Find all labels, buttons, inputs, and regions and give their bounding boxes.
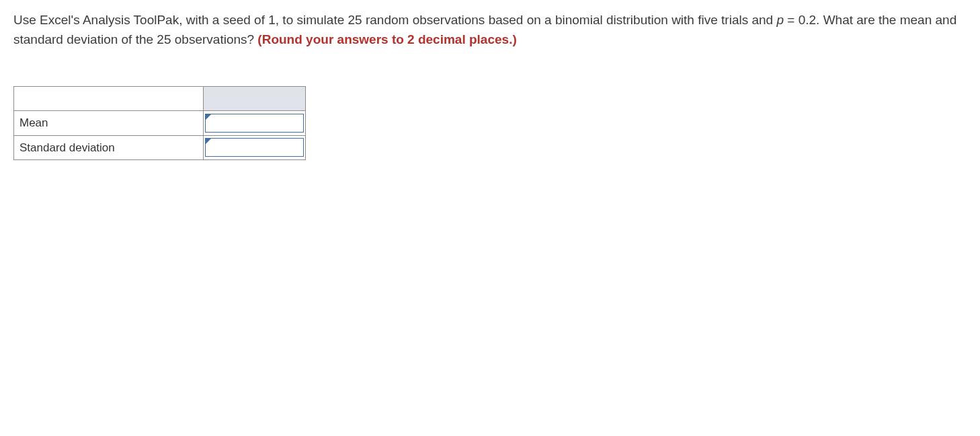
question-instruction: (Round your answers to 2 decimal places.… bbox=[257, 32, 516, 46]
question-block: Use Excel's Analysis ToolPak, with a see… bbox=[13, 11, 967, 49]
header-blank-label bbox=[14, 87, 204, 111]
row-label-mean: Mean bbox=[14, 111, 204, 136]
row-input-cell-stddev bbox=[204, 135, 306, 160]
question-text-part1: Use Excel's Analysis ToolPak, with a see… bbox=[13, 13, 776, 27]
header-blank-input bbox=[204, 87, 306, 111]
mean-input[interactable] bbox=[205, 114, 304, 133]
table-row: Standard deviation bbox=[14, 135, 306, 160]
row-label-stddev: Standard deviation bbox=[14, 135, 204, 160]
row-input-cell-mean bbox=[204, 111, 306, 136]
table-header-row bbox=[14, 87, 306, 111]
table-row: Mean bbox=[14, 111, 306, 136]
answer-table: Mean Standard deviation bbox=[13, 86, 306, 160]
question-variable-p: p bbox=[776, 13, 784, 27]
stddev-input[interactable] bbox=[205, 138, 304, 157]
